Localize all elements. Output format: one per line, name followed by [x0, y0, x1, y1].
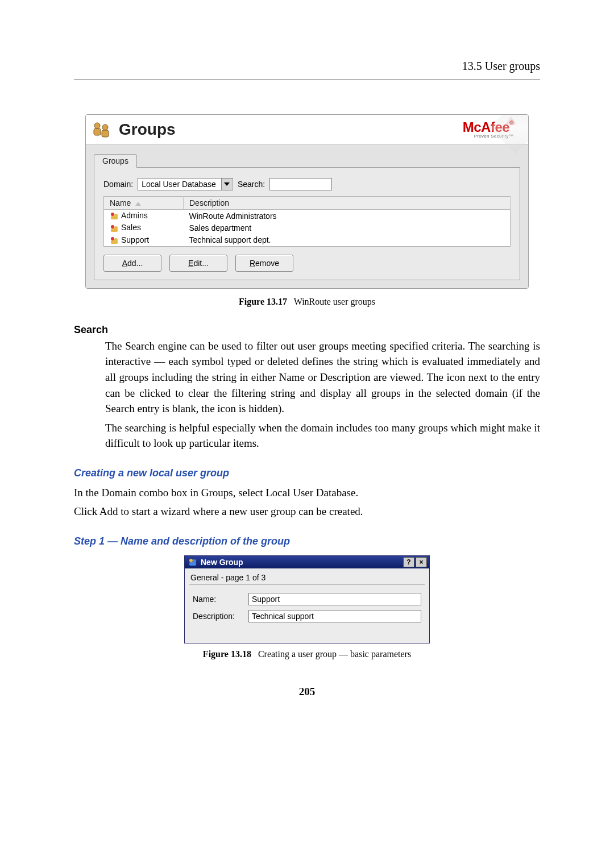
domain-select-value: Local User Database [142, 180, 221, 189]
paragraph: The Search engine can be used to filter … [105, 338, 540, 417]
running-header: 13.5 User groups [74, 60, 540, 80]
svg-point-10 [111, 237, 114, 240]
tab-panel-groups: Domain: Local User Database Search: [94, 167, 520, 280]
search-label: Search: [238, 180, 265, 189]
domain-label: Domain: [103, 180, 133, 189]
svg-point-4 [111, 213, 114, 216]
group-icon [110, 224, 119, 233]
group-icon [110, 211, 119, 221]
group-icon [188, 558, 197, 567]
svg-rect-3 [102, 130, 109, 137]
groups-table: Name Description Admins [103, 196, 511, 247]
edit-button[interactable]: Edit... [169, 255, 227, 272]
svg-point-7 [111, 225, 114, 229]
new-group-dialog: New Group ? × General - page 1 of 3 Name… [184, 555, 430, 643]
svg-point-13 [189, 559, 193, 562]
name-label: Name: [193, 595, 244, 604]
column-header-description[interactable]: Description [184, 197, 511, 210]
tab-groups[interactable]: Groups [94, 154, 137, 168]
remove-button[interactable]: Remove [235, 255, 293, 272]
svg-rect-9 [111, 229, 118, 232]
heading-step1: Step 1 — Name and description of the gro… [74, 535, 540, 547]
table-row[interactable]: Admins WinRoute Administrators [104, 210, 511, 222]
table-row[interactable]: Sales Sales department [104, 222, 511, 234]
chevron-down-icon [221, 178, 232, 190]
svg-rect-12 [111, 240, 118, 244]
domain-select[interactable]: Local User Database [138, 178, 233, 190]
svg-rect-1 [94, 128, 101, 135]
dialog-titlebar: New Group ? × [185, 556, 429, 568]
paragraph: The searching is helpful especially when… [105, 420, 540, 451]
description-label: Description: [193, 612, 244, 621]
groups-window-title: Groups [119, 121, 176, 139]
groups-window: Groups McAfee® Proven Security™ Groups D… [85, 114, 529, 289]
dialog-subtitle: General - page 1 of 3 [189, 571, 425, 585]
groups-icon [92, 119, 112, 140]
svg-rect-6 [111, 216, 118, 219]
figure-groups-window: Groups McAfee® Proven Security™ Groups D… [85, 114, 529, 289]
paragraph: Click Add to start a wizard where a new … [74, 504, 540, 520]
name-input[interactable]: Support [248, 593, 421, 605]
svg-point-2 [102, 124, 108, 130]
help-button[interactable]: ? [403, 557, 414, 567]
figure-caption-17: Figure 13.17 WinRoute user groups [74, 297, 540, 307]
svg-rect-15 [189, 562, 196, 566]
group-icon [110, 236, 119, 245]
description-input[interactable]: Technical support [248, 610, 421, 622]
heading-creating-group: Creating a new local user group [74, 467, 540, 479]
search-input[interactable] [269, 178, 332, 190]
svg-point-0 [94, 123, 100, 128]
dialog-title: New Group [201, 558, 243, 567]
groups-window-header: Groups McAfee® Proven Security™ [86, 115, 528, 145]
column-header-name[interactable]: Name [104, 197, 184, 210]
close-button[interactable]: × [416, 557, 427, 567]
paragraph: In the Domain combo box in Groups, selec… [74, 485, 540, 501]
mcafee-logo: McAfee® Proven Security™ [463, 121, 513, 139]
page-number: 205 [74, 686, 540, 698]
sort-asc-icon [135, 202, 141, 206]
add-button[interactable]: Add... [103, 255, 161, 272]
heading-search: Search [74, 324, 540, 336]
figure-caption-18: Figure 13.18 Creating a user group — bas… [74, 649, 540, 659]
table-row[interactable]: Support Technical support dept. [104, 234, 511, 247]
